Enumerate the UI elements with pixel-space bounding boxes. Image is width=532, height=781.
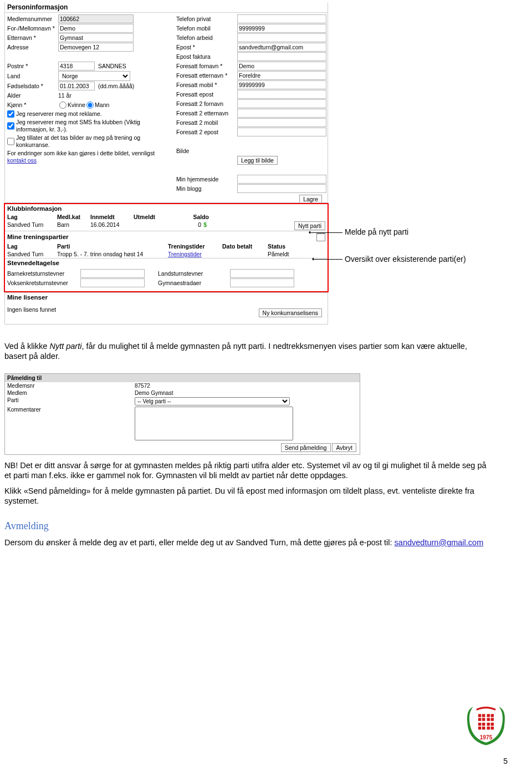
input-barnekrets[interactable] (80, 269, 145, 278)
alder-value: 11 år (58, 92, 71, 99)
col-lag: Lag (7, 213, 57, 221)
trow-lag: Sandved Turn (7, 250, 57, 258)
svg-rect-15 (491, 727, 494, 729)
kontakt-oss-link[interactable]: kontakt oss (7, 157, 37, 164)
dialog-heading: Påmelding til (5, 374, 360, 382)
paamelding-dialog-figure: Påmelding til Medlemsnr87572 MedlemDemo … (4, 373, 360, 455)
input-f-etternavn[interactable] (237, 71, 326, 80)
lbl-f-epost: Foresatt epost (176, 91, 237, 98)
tcol-dato-betalt: Dato betalt (222, 242, 268, 250)
input-postnr[interactable] (58, 62, 95, 70)
col-saldo: Saldo (177, 213, 209, 221)
treningstider-link[interactable]: Treningstider (168, 251, 202, 257)
arrow-icon (310, 232, 342, 233)
input-tlf-privat[interactable] (237, 14, 326, 23)
table-row: Barn (57, 221, 90, 231)
input-f2-mobil[interactable] (237, 118, 326, 127)
lisenser-heading: Mine lisenser (5, 292, 328, 302)
input-tlf-arbeid[interactable] (237, 33, 326, 42)
chk-bilder[interactable] (7, 134, 14, 149)
klubbinfo-heading: Klubbinformasjon (5, 204, 328, 213)
lbl-fornavn: For-/Mellomnavn * (7, 25, 58, 32)
input-epost[interactable] (237, 43, 326, 52)
lbl-f2-etternavn: Foresatt 2 etternavn (176, 110, 237, 116)
lbl-medlemsnummer: Medlemsnummer (7, 16, 58, 22)
chk-sms[interactable] (7, 119, 14, 133)
lbl-f-etternavn: Foresatt etternavn * (176, 72, 237, 79)
input-min-hjemmeside[interactable] (237, 175, 326, 184)
input-medlemsnummer[interactable] (58, 14, 134, 23)
stevnedeltagelse-heading: Stevnedeltagelse (5, 258, 328, 267)
select-parti[interactable]: -- Velg parti -- (135, 397, 290, 405)
input-f-fornavn[interactable] (237, 62, 326, 70)
input-f-epost[interactable] (237, 90, 326, 99)
radio-mann[interactable] (86, 102, 94, 109)
legg-til-bilde-button[interactable]: Legg til bilde (237, 156, 278, 165)
page-number: 5 (503, 757, 508, 765)
radio-kvinne[interactable] (59, 102, 66, 109)
p3: Klikk «Send påmelding» for å melde gymna… (4, 486, 487, 506)
input-fodselsdato[interactable] (58, 82, 95, 90)
svg-rect-8 (478, 723, 481, 726)
print-icon[interactable] (316, 232, 325, 241)
lbl-f2-epost: Foresatt 2 epost (176, 129, 237, 135)
personinfo-heading: Personinformasjon (5, 2, 328, 13)
input-min-blogg[interactable] (237, 184, 326, 193)
input-f2-etternavn[interactable] (237, 109, 326, 118)
input-f-mobil[interactable] (237, 80, 326, 89)
table-row (134, 221, 177, 231)
col-innmeldt: Innmeldt (90, 213, 134, 221)
dlbl-parti: Parti (7, 397, 135, 403)
input-landsturn[interactable] (230, 269, 294, 278)
svg-rect-10 (478, 727, 481, 729)
svg-rect-3 (482, 718, 485, 721)
select-land[interactable]: Norge (58, 71, 130, 81)
svg-rect-7 (491, 718, 494, 721)
tcol-treningstider: Treningstider (168, 242, 222, 250)
lbl-f2-fornavn: Foresatt 2 fornavn (176, 100, 237, 107)
svg-rect-4 (487, 714, 490, 717)
lbl-barnekrets: Barnekretsturnstevner (7, 270, 80, 277)
input-tlf-mobil[interactable] (237, 24, 326, 33)
lbl-epost: Epost * (176, 44, 237, 50)
tcol-lag: Lag (7, 242, 57, 250)
annot-nytt-parti: Melde på nytt parti (345, 227, 408, 236)
dval-medlem: Demo Gymnast (135, 390, 173, 396)
avmelding-heading: Avmelding (4, 520, 510, 532)
lbl-adresse: Adresse (7, 44, 58, 50)
sandved-logo: 1975 (464, 702, 508, 748)
lbl-land: Land (7, 73, 58, 79)
send-paamelding-button[interactable]: Send påmelding (281, 443, 331, 452)
textarea-kommentarer[interactable] (135, 407, 293, 440)
input-fornavn[interactable] (58, 24, 134, 33)
input-etternavn[interactable] (58, 33, 134, 42)
trow-parti: Tropp 5. - 7. trinn onsdag høst 14 (57, 250, 168, 258)
nytt-parti-button[interactable]: Nytt parti (294, 221, 325, 230)
svg-rect-0 (478, 714, 481, 717)
ny-konkurranselisens-button[interactable]: Ny konkurranselisens (259, 308, 322, 317)
svg-rect-2 (478, 718, 481, 721)
lbl-min-hjemmeside: Min hjemmeside (176, 176, 237, 182)
dlbl-medlemsnr: Medlemsnr (7, 383, 135, 389)
input-f2-fornavn[interactable] (237, 99, 326, 108)
input-voksenkrets[interactable] (80, 278, 145, 287)
dollar-icon: $ (203, 221, 207, 228)
input-adresse[interactable] (58, 43, 134, 52)
p1-italic: Nytt parti (49, 342, 81, 351)
lagre-button[interactable]: Lagre (299, 195, 322, 202)
svg-rect-14 (487, 727, 490, 729)
lbl-f-fornavn: Foresatt fornavn * (176, 63, 237, 69)
trow-status: Påmeldt (268, 250, 300, 258)
avbryt-button[interactable]: Avbryt (332, 443, 356, 452)
chk-reklame[interactable] (7, 110, 14, 118)
input-gymnaestrada[interactable] (230, 278, 294, 287)
dval-medlemsnr: 87572 (135, 383, 150, 389)
p1a: Ved å klikke (4, 342, 49, 351)
treningspartier-heading: Mine treningspartier (7, 234, 69, 240)
lbl-landsturn: Landsturnstevner (158, 270, 230, 277)
email-link[interactable]: sandvedturn@gmail.com (395, 538, 484, 547)
svg-text:1975: 1975 (480, 734, 493, 741)
table-row: 16.06.2014 (90, 221, 134, 231)
input-f2-epost[interactable] (237, 128, 326, 136)
input-epost-faktura[interactable] (237, 52, 326, 61)
